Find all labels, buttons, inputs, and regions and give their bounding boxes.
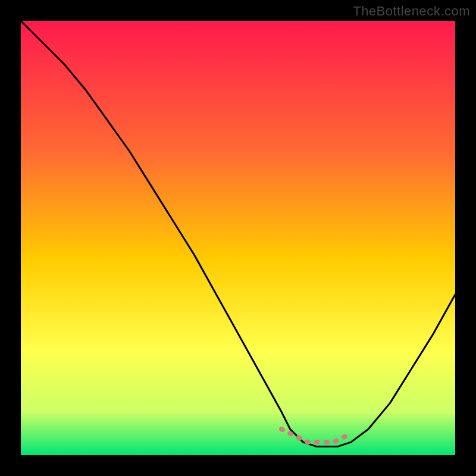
watermark-label: TheBottleneck.com <box>353 4 470 19</box>
chart-canvas <box>0 0 476 476</box>
bottleneck-chart: TheBottleneck.com <box>0 0 476 476</box>
svg-rect-1 <box>21 21 455 455</box>
